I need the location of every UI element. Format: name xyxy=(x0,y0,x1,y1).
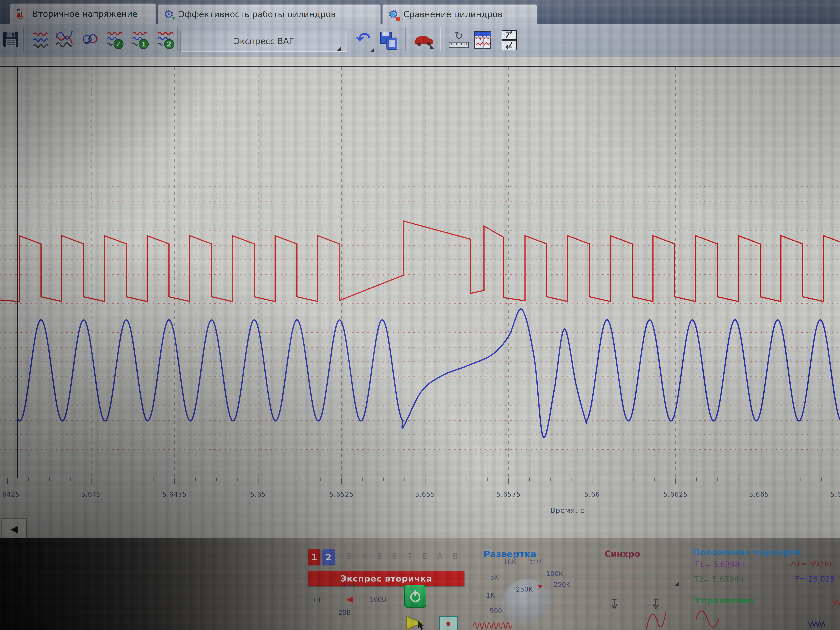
voltage-pointer-icon: ◀ xyxy=(347,595,352,603)
signal-sine-large-icon[interactable] xyxy=(695,608,724,630)
signal-sine-large-icon[interactable] xyxy=(645,608,673,630)
channel-tab-disabled[interactable]: 5 xyxy=(377,552,382,561)
x-tick-label: 5,6625 xyxy=(655,491,696,498)
trace-sync-blue xyxy=(18,309,840,437)
trace-ignition-red xyxy=(0,221,840,302)
channel-tab-disabled[interactable]: 6 xyxy=(392,552,397,561)
voltage-option-20v[interactable]: 20В xyxy=(338,609,351,616)
sweep-option-10k[interactable]: 10K xyxy=(504,558,516,566)
marker-t2: T2= 5,6798 с xyxy=(694,575,745,584)
channel-mode-banner[interactable]: Экспрес вторичка xyxy=(308,571,464,586)
power-button[interactable] xyxy=(404,585,426,608)
x-tick-label: 5,6475 xyxy=(155,491,195,498)
channel-tab-disabled[interactable]: 4 xyxy=(362,552,367,561)
application-window: Вторичное напряжение ⚙ ▼ Эффективность р… xyxy=(0,0,840,630)
markers-section: Положение маркеров T1= 5,6398 с ΔT= 39,9… xyxy=(693,547,840,589)
oscilloscope-plot[interactable] xyxy=(0,0,840,630)
x-tick-label: 5,6525 xyxy=(322,491,362,498)
channel-number: 2 xyxy=(325,553,332,562)
panel-toggle-button[interactable]: ◀ xyxy=(2,518,27,540)
sweep-option-250k[interactable]: 250K xyxy=(553,581,570,588)
x-tick-label: 5,6575 xyxy=(488,491,529,498)
sweep-option-500[interactable]: 500 xyxy=(489,607,502,614)
run-button[interactable] xyxy=(405,616,429,630)
x-tick-label: 5,66 xyxy=(572,491,612,498)
voltage-option-1v[interactable]: 1В xyxy=(312,597,321,604)
sync-section-title: Синхро xyxy=(605,549,640,559)
signal-wave-small-icon xyxy=(832,598,840,608)
channel-tab-disabled[interactable]: A xyxy=(437,552,442,561)
signal-sine-small-icon xyxy=(473,618,550,630)
sync-mode-line2[interactable]: вторичка xyxy=(614,577,650,586)
x-axis-title: Время, с xyxy=(551,507,584,515)
x-tick-label: 5,6675 xyxy=(823,491,840,498)
sweep-option-100k[interactable]: 100K xyxy=(546,570,563,577)
x-tick-label: 5,655 xyxy=(405,491,445,498)
signal-wave-dark-icon[interactable] xyxy=(808,618,829,630)
channel-tab-1[interactable]: 1 xyxy=(308,549,321,565)
channel-tab-disabled[interactable]: 8 xyxy=(422,552,427,561)
channel-tab-disabled[interactable]: B xyxy=(453,552,458,561)
marker-t1: T1= 5,6398 с xyxy=(695,560,746,569)
channel-tabs-disabled: 345678AB xyxy=(347,552,458,561)
markers-section-title: Положение маркеров xyxy=(693,547,840,557)
marker-frequency: F= 25,025 xyxy=(795,575,835,584)
arrow-left-icon: ◀ xyxy=(10,523,18,534)
channel-number: 1 xyxy=(311,553,317,562)
sweep-option-5k[interactable]: 5K xyxy=(490,573,499,581)
sweep-section-title: Развертка xyxy=(483,549,537,559)
record-button[interactable] xyxy=(439,616,458,630)
marker-dt: ΔT= 39,96 xyxy=(791,559,831,568)
sweep-option-1k[interactable]: 1K xyxy=(486,592,495,599)
waveform-traces xyxy=(0,221,840,437)
record-dot-icon xyxy=(447,622,450,626)
x-tick-label: 5,65 xyxy=(238,491,278,498)
voltage-option-100v[interactable]: 100В xyxy=(370,596,386,603)
x-tick-label: 5,6425 xyxy=(0,491,28,498)
x-tick-label: 5,645 xyxy=(71,491,111,498)
voltage-option-10v[interactable]: 10В xyxy=(342,581,355,589)
sync-level-arrow-icon[interactable] xyxy=(610,598,618,610)
sweep-option-50k[interactable]: 50K xyxy=(530,557,542,565)
x-axis-ticks xyxy=(8,478,822,484)
channel-tab-disabled[interactable]: 3 xyxy=(347,552,352,561)
channel-tab-disabled[interactable]: 7 xyxy=(407,552,412,561)
sync-dropdown-arrow-icon[interactable]: ◢ xyxy=(674,579,679,587)
x-tick-label: 5,665 xyxy=(739,491,779,498)
control-section-title: Управление xyxy=(695,595,754,605)
sweep-current-value: 250K xyxy=(516,586,533,593)
power-icon xyxy=(409,589,422,603)
sync-mode-line1[interactable]: Экспрес xyxy=(617,564,649,572)
channel-tab-2[interactable]: 2 xyxy=(322,549,335,565)
